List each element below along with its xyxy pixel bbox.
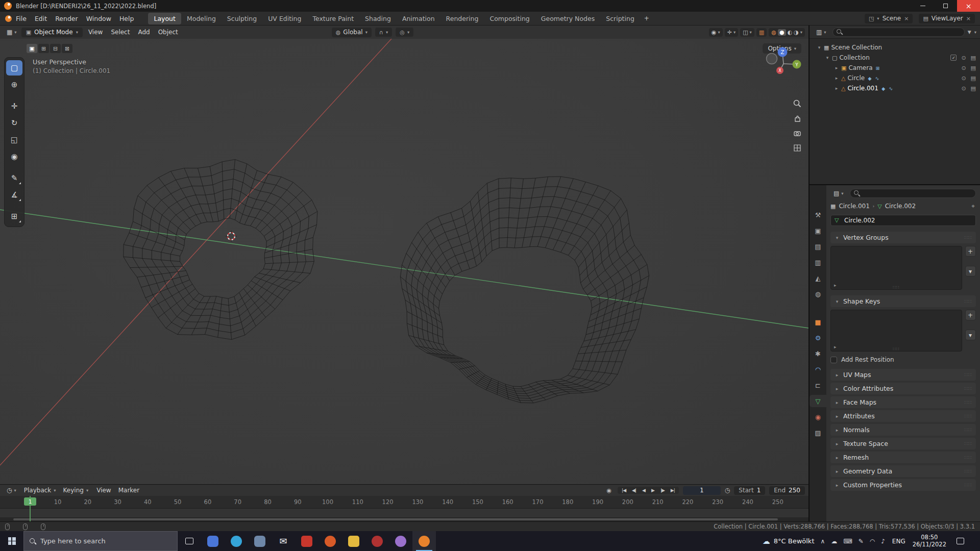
- filter-dropdown-icon[interactable]: ▾: [974, 30, 976, 35]
- disclosure-icon[interactable]: ▾: [825, 55, 830, 60]
- unlink-viewlayer-icon[interactable]: ×: [966, 15, 971, 22]
- tab-modifiers[interactable]: ⚙: [810, 332, 826, 344]
- timeline-editor-type-button[interactable]: ◷ ▾: [4, 486, 19, 495]
- disclosure-icon[interactable]: ▸: [834, 65, 839, 70]
- properties-search-input[interactable]: [850, 189, 976, 198]
- tab-physics[interactable]: ◠: [810, 363, 826, 375]
- add-shape-key-button[interactable]: +: [965, 310, 976, 320]
- tool-annotate[interactable]: ✎: [6, 170, 22, 186]
- workspace-tab[interactable]: UV Editing: [262, 13, 307, 24]
- timeline-menu-dropdown[interactable]: Keying▾: [60, 486, 92, 495]
- preview-range-icon[interactable]: ◷: [725, 487, 730, 494]
- titlebar[interactable]: Blender [D:\RENDERI2\26_11_2022\2022.ble…: [0, 0, 980, 12]
- 3d-viewport[interactable]: ▣⊞⊟⊠ Options ▾ User Perspective (1) Coll…: [0, 39, 808, 484]
- close-button[interactable]: ×: [957, 0, 980, 12]
- unlink-scene-icon[interactable]: ×: [904, 15, 909, 22]
- outliner-row-scene-collection[interactable]: ▾ ▦ Scene Collection: [810, 42, 980, 53]
- list-expand-icon[interactable]: ▸: [834, 344, 837, 349]
- hide-in-viewport-icon[interactable]: ⊙: [961, 65, 966, 71]
- workspace-tab[interactable]: Layout: [148, 13, 181, 24]
- workspace-tab[interactable]: Rendering: [440, 13, 484, 24]
- wireframe-mesh[interactable]: [400, 177, 649, 403]
- tray-volume-icon[interactable]: ♪: [881, 538, 885, 545]
- tray-expand-icon[interactable]: ∧: [821, 538, 825, 545]
- properties-panel-header[interactable]: ▸ Attributes ∷∷: [830, 410, 976, 422]
- taskbar-app-recorder[interactable]: [365, 531, 389, 551]
- disclosure-icon[interactable]: ▸: [834, 76, 839, 81]
- properties-panel-header[interactable]: ▸ Normals ∷∷: [830, 424, 976, 436]
- disable-in-render-icon[interactable]: ▤: [971, 55, 976, 61]
- shading-mode-buttons[interactable]: ◍ ● ◐ ◑ ▾: [769, 28, 805, 37]
- outliner-row-collection[interactable]: ▾ ▢ Collection ✓ ⊙ ▤: [810, 53, 980, 63]
- properties-panel-header[interactable]: ▸ Face Maps ∷∷: [830, 396, 976, 408]
- editor-type-button[interactable]: ▦ ▾: [4, 28, 20, 37]
- tab-constraints[interactable]: ⊏: [810, 379, 826, 391]
- tab-world[interactable]: ◍: [810, 288, 826, 300]
- properties-panel-header[interactable]: ▸ Custom Properties ∷∷: [830, 479, 976, 491]
- breadcrumb-data[interactable]: Circle.002: [885, 203, 916, 210]
- properties-panel-header[interactable]: ▸ Remesh ∷∷: [830, 452, 976, 463]
- object-name[interactable]: Camera: [848, 64, 872, 71]
- tray-onedrive-icon[interactable]: ☁: [831, 538, 837, 545]
- select-mode-set[interactable]: ▣: [27, 44, 37, 53]
- shape-keys-panel-header[interactable]: ▾ Shape Keys ∷∷: [830, 295, 976, 307]
- add-vertex-group-button[interactable]: +: [965, 246, 976, 257]
- menubar-menu-item[interactable]: Edit: [31, 13, 51, 24]
- taskbar-app-file-explorer[interactable]: [342, 531, 365, 551]
- filter-funnel-icon[interactable]: ▼: [968, 30, 971, 35]
- timeline-menu-item[interactable]: View: [93, 486, 114, 495]
- pan-hand-icon[interactable]: [793, 114, 802, 123]
- ortho-grid-icon[interactable]: [793, 143, 802, 153]
- zoom-icon[interactable]: [793, 99, 802, 108]
- disable-in-render-icon[interactable]: ▤: [971, 75, 976, 82]
- camera-view-icon[interactable]: [793, 129, 802, 138]
- properties-panel-header[interactable]: ▸ Geometry Data ∷∷: [830, 465, 976, 477]
- properties-panel-header[interactable]: ▸ Color Attributes ∷∷: [830, 383, 976, 394]
- prev-keyframe-button[interactable]: ◀|: [629, 487, 639, 493]
- object-name[interactable]: Circle: [847, 74, 865, 82]
- tab-output[interactable]: ▤: [810, 240, 826, 253]
- play-button[interactable]: ▶: [648, 487, 657, 493]
- disable-in-render-icon[interactable]: ▤: [971, 65, 976, 71]
- clock[interactable]: 08:50 26/11/2022: [913, 534, 946, 548]
- jump-start-button[interactable]: |◀: [619, 487, 629, 493]
- workspace-tab[interactable]: Geometry Nodes: [535, 13, 600, 24]
- pin-icon[interactable]: ⌖: [971, 203, 975, 210]
- snap-toggle[interactable]: ∩ ▾: [375, 28, 392, 37]
- tab-render[interactable]: ▣: [810, 224, 826, 237]
- tool-cursor[interactable]: ⊕: [6, 77, 22, 92]
- language-indicator[interactable]: ENG: [891, 538, 906, 545]
- tool-move[interactable]: ✛: [6, 98, 22, 114]
- tray-network-icon[interactable]: ◠: [870, 538, 875, 545]
- taskbar-search[interactable]: [23, 531, 178, 551]
- taskbar-app-settings[interactable]: [248, 531, 272, 551]
- menubar-menu-item[interactable]: Render: [51, 13, 82, 24]
- viewport-menu-item[interactable]: View: [84, 27, 107, 37]
- workspace-tab[interactable]: Shading: [359, 13, 397, 24]
- navigation-gizmo[interactable]: Z Y X: [765, 45, 802, 83]
- menubar-menu-item[interactable]: Window: [82, 13, 115, 24]
- properties-panel-header[interactable]: ▸ UV Maps ∷∷: [830, 369, 976, 381]
- properties-editor-type-button[interactable]: ▤ ▾: [830, 189, 847, 198]
- hide-in-viewport-icon[interactable]: ⊙: [961, 55, 966, 61]
- transform-orientation-dropdown[interactable]: ◍ Global ▾: [332, 28, 372, 37]
- tab-tool[interactable]: ⚒: [810, 209, 826, 221]
- play-reverse-button[interactable]: ◀: [639, 487, 648, 493]
- vertex-group-specials-button[interactable]: ▾: [965, 266, 976, 277]
- taskbar-app-mail[interactable]: ✉: [272, 531, 295, 551]
- current-frame-field[interactable]: 1: [683, 486, 721, 495]
- workspace-tab[interactable]: Animation: [397, 13, 440, 24]
- xray-toggle[interactable]: ▥: [756, 28, 767, 37]
- outliner-object-circle[interactable]: ▸ △ Circle ◆ ∿ ⊙ ▤: [810, 73, 980, 83]
- timeline-menu-dropdown[interactable]: Playback▾: [20, 486, 60, 495]
- menubar-menu-item[interactable]: File: [12, 13, 31, 24]
- auto-keying-button[interactable]: ◉: [605, 487, 614, 494]
- tab-particles[interactable]: ✱: [810, 347, 826, 360]
- mode-dropdown[interactable]: ▣ Object Mode ▾: [21, 28, 83, 37]
- taskbar-app-blender[interactable]: [412, 531, 436, 551]
- select-mode-intersect[interactable]: ⊠: [62, 44, 72, 53]
- tool-tweak-select[interactable]: ▢: [6, 60, 22, 76]
- wireframe-mesh[interactable]: [124, 160, 317, 340]
- tool-rotate[interactable]: ↻: [6, 115, 22, 131]
- timeline-menu-item[interactable]: Marker: [115, 486, 143, 495]
